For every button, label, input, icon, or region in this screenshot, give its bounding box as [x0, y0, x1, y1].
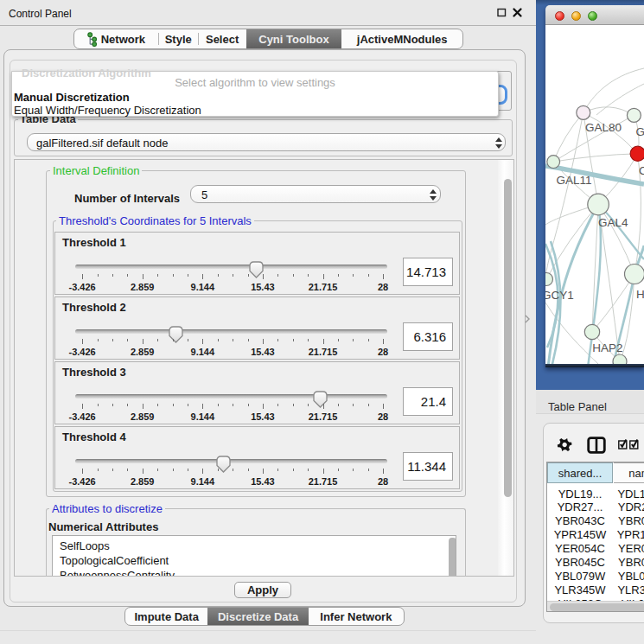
svg-text:GAL80: GAL80 — [585, 121, 622, 134]
svg-text:GAL1: GAL1 — [636, 125, 644, 138]
svg-text:CYC: CYC — [639, 164, 644, 177]
svg-text:HAP2: HAP2 — [592, 341, 622, 354]
svg-text:GAL11: GAL11 — [557, 174, 592, 187]
svg-text:GAL4: GAL4 — [598, 216, 628, 229]
svg-text:GCY1: GCY1 — [545, 289, 574, 302]
svg-text:HIS: HIS — [636, 288, 644, 301]
